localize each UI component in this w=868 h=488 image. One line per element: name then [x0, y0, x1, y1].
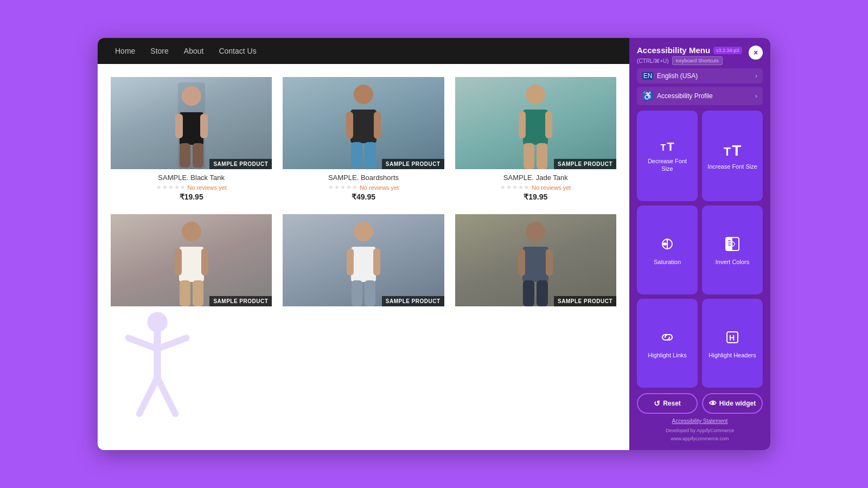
svg-point-13 [354, 85, 373, 104]
lang-chevron-icon: › [755, 72, 757, 80]
product-label-2: SAMPLE PRODUCT [382, 159, 444, 169]
lang-left: EN English (USA) [642, 72, 698, 80]
svg-rect-18 [365, 142, 376, 168]
svg-rect-42 [537, 280, 548, 306]
increase-font-label: Increase Font Size [707, 163, 757, 170]
product-image-3[interactable]: SAMPLE PRODUCT [455, 77, 616, 169]
product-label-4: SAMPLE PRODUCT [209, 296, 272, 306]
highlight-headers-button[interactable]: H Highlight Headers [702, 299, 763, 388]
increase-font-button[interactable]: T T Increase Font Size [702, 111, 763, 201]
highlight-headers-icon: H [725, 330, 740, 347]
svg-point-44 [666, 239, 668, 241]
saturation-label: Saturation [654, 258, 681, 266]
svg-rect-15 [346, 112, 353, 139]
saturation-button[interactable]: Saturation [637, 206, 698, 294]
nav-about[interactable]: About [184, 47, 204, 55]
svg-rect-28 [201, 248, 208, 275]
product-card-4: SAMPLE PRODUCT [111, 214, 272, 306]
product-info-3: SAMPLE. Jade Tank ★★★★★ No reviews yet ₹… [455, 169, 616, 203]
product-image-4[interactable]: SAMPLE PRODUCT [111, 214, 272, 306]
product-card-3: SAMPLE PRODUCT SAMPLE. Jade Tank ★★★★★ N… [455, 77, 616, 203]
svg-rect-10 [200, 114, 208, 138]
panel-footer: Accessibility Statement Developed by App… [637, 418, 763, 442]
profile-left: ♿ Accessibility Profile [642, 91, 713, 101]
product-card-2: SAMPLE PRODUCT SAMPLE. Boardshorts ★★★★★… [283, 77, 444, 203]
saturation-icon [660, 236, 675, 254]
product-reviews-1: ★★★★★ No reviews yet [113, 184, 270, 191]
svg-rect-21 [519, 111, 526, 138]
svg-rect-40 [546, 249, 553, 276]
svg-rect-46 [726, 237, 732, 251]
highlight-headers-label: Highlight Headers [709, 351, 756, 359]
product-name-3: SAMPLE. Jade Tank [457, 174, 614, 182]
controls-grid: T T Decrease Font Size T T Increase Font… [637, 111, 763, 388]
lang-text: English (USA) [657, 72, 698, 80]
svg-rect-20 [523, 110, 548, 145]
nav-store[interactable]: Store [150, 47, 168, 55]
profile-row[interactable]: ♿ Accessibility Profile › [637, 87, 763, 105]
accessibility-profile-icon: ♿ [642, 91, 653, 101]
hide-icon: 👁 [709, 399, 717, 408]
svg-rect-33 [347, 248, 354, 275]
main-frame: Home Store About Contact Us [98, 38, 770, 450]
svg-point-19 [526, 85, 545, 104]
decrease-font-button[interactable]: T T Decrease Font Size [637, 111, 698, 201]
keyboard-badge[interactable]: Keyboard Shortcuts [672, 56, 723, 65]
svg-rect-27 [175, 248, 182, 275]
highlight-links-button[interactable]: Highlight Links [637, 299, 698, 388]
svg-rect-38 [522, 247, 548, 282]
product-label-6: SAMPLE PRODUCT [554, 296, 616, 306]
product-label-1: SAMPLE PRODUCT [209, 159, 272, 169]
svg-point-37 [526, 222, 545, 241]
product-reviews-3: ★★★★★ No reviews yet [457, 184, 614, 191]
svg-line-3 [157, 338, 186, 349]
svg-rect-9 [175, 114, 183, 138]
product-label-5: SAMPLE PRODUCT [382, 296, 444, 306]
product-image-6[interactable]: SAMPLE PRODUCT [455, 214, 616, 306]
invert-colors-button[interactable]: Invert Colors [702, 206, 763, 294]
svg-rect-23 [524, 143, 534, 169]
svg-point-25 [182, 222, 201, 241]
product-image-1[interactable]: SAMPLE PRODUCT [111, 77, 272, 169]
panel-title-area: Accessibility Menu v3.2.34-p3 (CTRL/⌘+U)… [637, 46, 749, 65]
product-info-2: SAMPLE. Boardshorts ★★★★★ No reviews yet… [283, 169, 444, 203]
nav-contact[interactable]: Contact Us [219, 47, 256, 55]
accessibility-statement-link[interactable]: Accessibility Statement [637, 418, 763, 424]
profile-text: Accessibility Profile [657, 92, 713, 100]
svg-rect-32 [351, 247, 376, 282]
developer-website[interactable]: www.appifycommerce.com [637, 435, 763, 442]
svg-rect-36 [365, 280, 375, 306]
product-reviews-2: ★★★★★ No reviews yet [285, 184, 442, 191]
shortcut-text: (CTRL/⌘+U) [637, 58, 669, 64]
svg-rect-29 [180, 280, 190, 306]
svg-rect-26 [179, 247, 204, 282]
svg-rect-11 [180, 143, 190, 168]
nav-home[interactable]: Home [115, 47, 135, 55]
product-image-5[interactable]: SAMPLE PRODUCT [283, 214, 444, 306]
highlight-links-icon [660, 330, 675, 347]
language-selector[interactable]: EN English (USA) › [637, 68, 763, 84]
product-label-3: SAMPLE PRODUCT [554, 159, 616, 169]
panel-header: Accessibility Menu v3.2.34-p3 (CTRL/⌘+U)… [637, 46, 763, 65]
accessibility-panel: Accessibility Menu v3.2.34-p3 (CTRL/⌘+U)… [629, 38, 770, 450]
svg-rect-34 [373, 248, 380, 275]
product-image-2[interactable]: SAMPLE PRODUCT [283, 77, 444, 169]
product-name-2: SAMPLE. Boardshorts [285, 174, 442, 182]
reset-label: Reset [663, 400, 681, 407]
svg-rect-41 [523, 280, 534, 306]
svg-rect-17 [351, 142, 362, 168]
svg-rect-39 [518, 249, 525, 276]
product-card-5: SAMPLE PRODUCT [283, 214, 444, 306]
hide-widget-button[interactable]: 👁 Hide widget [702, 393, 763, 414]
close-button[interactable]: × [749, 46, 763, 60]
products-grid: SAMPLE PRODUCT SAMPLE. Black Tank ★★★★★ … [111, 77, 616, 306]
reset-icon: ↺ [654, 399, 660, 408]
reset-button[interactable]: ↺ Reset [637, 393, 698, 414]
invert-colors-icon [725, 236, 740, 254]
svg-rect-8 [180, 112, 203, 145]
svg-point-31 [354, 222, 373, 241]
svg-rect-14 [350, 110, 376, 143]
product-price-3: ₹19.95 [457, 192, 614, 201]
hide-label: Hide widget [719, 400, 756, 407]
svg-rect-22 [545, 111, 552, 138]
